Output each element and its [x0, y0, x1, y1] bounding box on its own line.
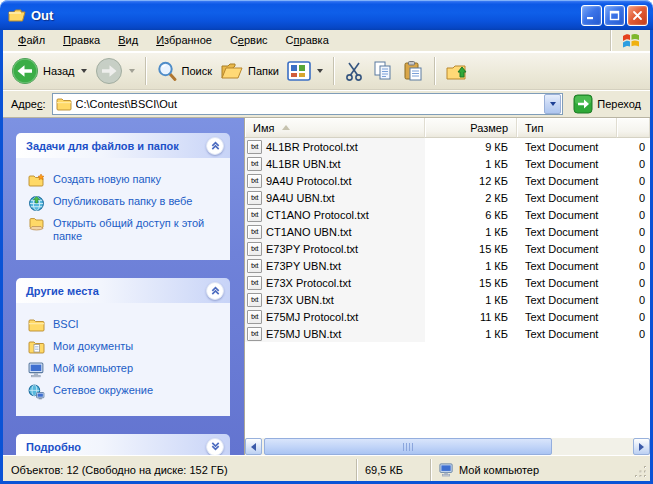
column-header-type[interactable]: Тип — [517, 118, 617, 138]
file-row[interactable]: txtCT1ANO Protocol.txt6 КБText Document0 — [245, 206, 650, 223]
file-type-cell: Text Document — [517, 257, 617, 274]
file-row[interactable]: txtE73X Protocol.txt15 КБText Document0 — [245, 274, 650, 291]
close-button[interactable] — [627, 5, 648, 26]
scroll-left-button[interactable] — [245, 438, 262, 455]
file-row[interactable]: txt9A4U Protocol.txt12 КБText Document0 — [245, 172, 650, 189]
go-button[interactable]: Переход — [570, 93, 644, 115]
file-row[interactable]: txtE73PY UBN.txt1 КБText Document0 — [245, 257, 650, 274]
menu-item-0[interactable]: Файл — [9, 30, 54, 51]
column-header-name[interactable]: Имя — [245, 118, 425, 138]
sidebar-item[interactable]: Опубликовать папку в вебе — [28, 195, 222, 210]
arrow-right-icon — [639, 443, 644, 451]
panel-header-1[interactable]: Другие места — [16, 278, 230, 303]
sidebar-item-label: Мой компьютер — [53, 362, 133, 375]
file-name: 4L1BR Protocol.txt — [266, 141, 358, 153]
sidebar-item-label: Опубликовать папку в вебе — [53, 195, 192, 208]
file-row[interactable]: txtE75MJ Protocol.txt11 КБText Document0 — [245, 308, 650, 325]
folders-label: Папки — [248, 65, 279, 77]
address-input[interactable] — [76, 95, 545, 113]
titlebar[interactable]: Out — [0, 0, 653, 30]
views-button[interactable] — [283, 58, 327, 84]
sidebar-item[interactable]: Мои документы — [28, 340, 222, 355]
scroll-right-button[interactable] — [633, 438, 650, 455]
chevron-down-icon[interactable] — [206, 438, 224, 456]
file-row[interactable]: txtCT1ANO UBN.txt1 КБText Document0 — [245, 223, 650, 240]
sidebar-item-label: BSCI — [53, 318, 79, 331]
txt-file-icon: txt — [247, 242, 262, 256]
file-name-cell: txtE75MJ UBN.txt — [245, 325, 425, 342]
up-button[interactable] — [441, 58, 473, 84]
arrow-left-icon — [251, 443, 256, 451]
sidebar-item-label: Открыть общий доступ к этой папке — [53, 217, 222, 243]
back-dropdown-caret[interactable] — [81, 69, 87, 73]
file-name: E73X UBN.txt — [266, 294, 334, 306]
sidebar-item[interactable]: Мой компьютер — [28, 362, 222, 377]
file-row[interactable]: txt4L1BR Protocol.txt9 КБText Document0 — [245, 138, 650, 155]
panel-header-2[interactable]: Подробно — [16, 434, 230, 455]
file-row[interactable]: txt4L1BR UBN.txt1 КБText Document0 — [245, 155, 650, 172]
column-header-modified[interactable] — [617, 118, 650, 138]
txt-file-icon: txt — [247, 259, 262, 273]
file-name: E75MJ Protocol.txt — [266, 311, 358, 323]
sidebar-item[interactable]: Создать новую папку — [28, 173, 222, 188]
maximize-icon — [610, 11, 619, 20]
my-computer-icon — [28, 362, 45, 377]
search-icon — [156, 60, 178, 82]
sidebar-item[interactable]: Открыть общий доступ к этой папке — [28, 217, 222, 243]
file-modified-cell: 0 — [617, 223, 650, 240]
file-name-cell: txtCT1ANO Protocol.txt — [245, 206, 425, 223]
menu-item-5[interactable]: Справка — [277, 30, 338, 51]
address-dropdown-button[interactable] — [544, 94, 561, 114]
sidebar-item[interactable]: BSCI — [28, 318, 222, 333]
panel-header-0[interactable]: Задачи для файлов и папок — [16, 133, 230, 158]
menu-item-3[interactable]: Избранное — [147, 30, 221, 51]
sidebar-item[interactable]: Сетевое окружение — [28, 384, 222, 399]
file-modified-cell: 0 — [617, 274, 650, 291]
views-dropdown-caret[interactable] — [317, 69, 323, 73]
menu-item-4[interactable]: Сервис — [221, 30, 277, 51]
my-documents-icon — [28, 340, 45, 355]
panel-title: Подробно — [26, 441, 206, 453]
back-button[interactable]: Назад — [7, 55, 91, 87]
file-row[interactable]: txtE73X UBN.txt1 КБText Document0 — [245, 291, 650, 308]
forward-icon — [95, 57, 123, 85]
resize-grip[interactable] — [635, 466, 648, 479]
maximize-button[interactable] — [604, 5, 625, 26]
horizontal-scrollbar[interactable] — [245, 438, 650, 455]
views-icon — [287, 60, 311, 82]
file-row[interactable]: txt9A4U UBN.txt2 КБText Document0 — [245, 189, 650, 206]
forward-button[interactable] — [91, 55, 139, 87]
file-modified-cell: 0 — [617, 155, 650, 172]
network-icon — [28, 384, 45, 399]
file-type-cell: Text Document — [517, 240, 617, 257]
file-modified-cell: 0 — [617, 172, 650, 189]
file-row[interactable]: txtE73PY Protocol.txt15 КБText Document0 — [245, 240, 650, 257]
file-size-cell: 9 КБ — [425, 138, 517, 155]
paste-button[interactable] — [398, 58, 428, 84]
file-modified-cell: 0 — [617, 189, 650, 206]
file-list: Имя Размер Тип txt4L1BR Protocol.txt9 КБ… — [244, 118, 650, 455]
scrollbar-track[interactable] — [262, 438, 633, 455]
column-header-size[interactable]: Размер — [425, 118, 517, 138]
task-pane-sidebar: Задачи для файлов и папокСоздать новую п… — [3, 118, 244, 455]
copy-button[interactable] — [368, 58, 398, 84]
chevron-up-icon[interactable] — [206, 137, 224, 155]
address-combo[interactable] — [52, 93, 564, 115]
txt-file-icon: txt — [247, 140, 262, 154]
folders-button[interactable]: Папки — [216, 58, 283, 84]
paste-icon — [402, 60, 424, 82]
cut-button[interactable] — [340, 58, 368, 84]
minimize-button[interactable] — [581, 5, 602, 26]
scrollbar-thumb[interactable] — [264, 438, 552, 455]
go-label: Переход — [597, 98, 641, 110]
file-type-cell: Text Document — [517, 308, 617, 325]
menu-item-1[interactable]: Правка — [54, 30, 109, 51]
file-row[interactable]: txtE75MJ UBN.txt1 КБText Document0 — [245, 325, 650, 342]
task-panel-1: Другие местаBSCIМои документыМой компьют… — [16, 278, 230, 416]
file-size-cell: 1 КБ — [425, 257, 517, 274]
toolbar-separator — [434, 57, 435, 85]
menu-item-2[interactable]: Вид — [109, 30, 147, 51]
chevron-up-icon[interactable] — [206, 282, 224, 300]
search-button[interactable]: Поиск — [152, 58, 216, 84]
file-type-cell: Text Document — [517, 223, 617, 240]
